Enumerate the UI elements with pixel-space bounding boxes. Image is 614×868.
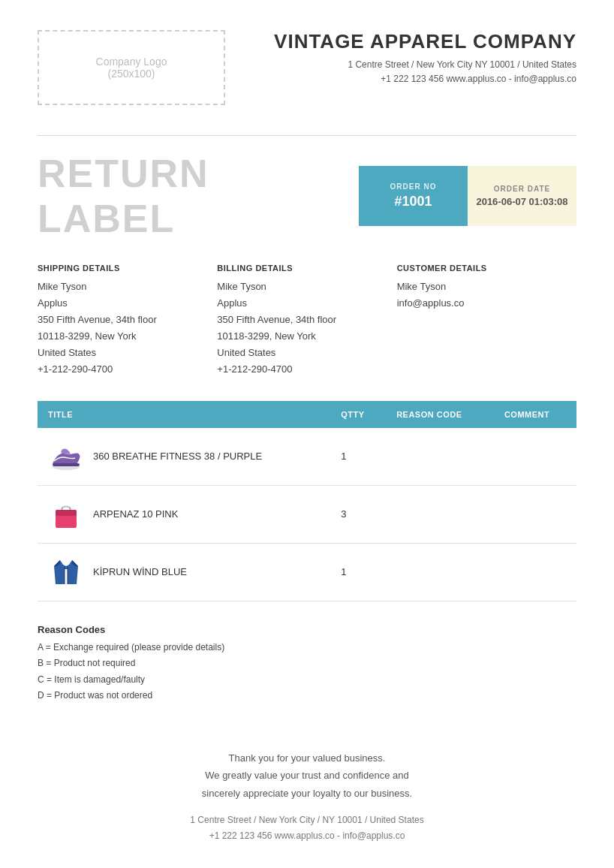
company-address-line2: +1 222 123 456 www.applus.co - info@appl… bbox=[274, 72, 576, 86]
reason-code-item: D = Product was not ordered bbox=[38, 688, 576, 704]
logo-size: (250x100) bbox=[107, 68, 155, 80]
table-row: KİPRUN WİND BLUE 1 bbox=[38, 543, 576, 601]
items-table: TITLE QTTY REASON CODE COMMENT 360 BREAT… bbox=[38, 401, 576, 601]
billing-company: Applus bbox=[217, 295, 396, 312]
svg-rect-1 bbox=[53, 463, 80, 466]
shipping-address: 350 Fifth Avenue, 34th floor bbox=[38, 312, 217, 328]
footer-thank-you: Thank you for your valued business. We g… bbox=[38, 749, 576, 802]
order-boxes: ORDER NO #1001 ORDER DATE 2016-06-07 01:… bbox=[359, 166, 576, 226]
product-cell: ARPENAZ 10 PINK bbox=[38, 485, 330, 543]
billing-details: BILLING DETAILS Mike Tyson Applus 350 Fi… bbox=[217, 264, 396, 378]
product-comment bbox=[494, 485, 576, 543]
footer-contact: 1 Centre Street / New York City / NY 100… bbox=[38, 812, 576, 843]
footer-line3: sincerely appreciate your loyalty to our… bbox=[202, 788, 412, 799]
svg-rect-3 bbox=[56, 510, 77, 516]
billing-name: Mike Tyson bbox=[217, 279, 396, 295]
return-label-title: RETURN LABEL bbox=[38, 151, 359, 241]
shipping-name: Mike Tyson bbox=[38, 279, 217, 295]
table-row: ARPENAZ 10 PINK 3 bbox=[38, 485, 576, 543]
footer-contact-line2: +1 222 123 456 www.applus.co - info@appl… bbox=[209, 830, 405, 841]
label-row: RETURN LABEL ORDER NO #1001 ORDER DATE 2… bbox=[38, 151, 576, 241]
customer-email: info@applus.co bbox=[397, 295, 576, 312]
reason-codes-title: Reason Codes bbox=[38, 624, 576, 635]
company-address-line1: 1 Centre Street / New York City NY 10001… bbox=[274, 58, 576, 72]
product-reason-code bbox=[386, 485, 494, 543]
shipping-heading: SHIPPING DETAILS bbox=[38, 264, 217, 273]
footer-line2: We greatly value your trust and confiden… bbox=[205, 770, 408, 781]
col-comment: COMMENT bbox=[494, 401, 576, 428]
header: Company Logo (250x100) VINTAGE APPAREL C… bbox=[38, 30, 576, 105]
details-row: SHIPPING DETAILS Mike Tyson Applus 350 F… bbox=[38, 264, 576, 378]
reason-codes-section: Reason Codes A = Exchange required (plea… bbox=[38, 624, 576, 704]
order-no-box: ORDER NO #1001 bbox=[359, 166, 468, 226]
product-cell: 360 BREATHE FITNESS 38 / PURPLE bbox=[38, 428, 330, 486]
billing-address: 350 Fifth Avenue, 34th floor bbox=[217, 312, 396, 328]
product-reason-code bbox=[386, 543, 494, 601]
reason-codes-list: A = Exchange required (please provide de… bbox=[38, 640, 576, 704]
product-icon bbox=[48, 496, 84, 532]
header-divider bbox=[38, 135, 576, 136]
product-cell: KİPRUN WİND BLUE bbox=[38, 543, 330, 601]
table-header-row: TITLE QTTY REASON CODE COMMENT bbox=[38, 401, 576, 428]
order-no-label: ORDER NO bbox=[390, 182, 437, 191]
order-date-value: 2016-06-07 01:03:08 bbox=[476, 196, 567, 207]
billing-country: United States bbox=[217, 345, 396, 361]
product-icon bbox=[48, 554, 84, 590]
order-date-box: ORDER DATE 2016-06-07 01:03:08 bbox=[468, 166, 576, 226]
product-qty: 3 bbox=[330, 485, 386, 543]
company-logo-placeholder: Company Logo (250x100) bbox=[38, 30, 225, 105]
col-title: TITLE bbox=[38, 401, 330, 428]
footer-contact-line1: 1 Centre Street / New York City / NY 100… bbox=[190, 815, 423, 825]
customer-heading: CUSTOMER DETAILS bbox=[397, 264, 576, 273]
shipping-city: 10118-3299, New York bbox=[38, 328, 217, 345]
shipping-company: Applus bbox=[38, 295, 217, 312]
product-icon bbox=[48, 439, 84, 475]
product-title: KİPRUN WİND BLUE bbox=[93, 566, 187, 577]
reason-code-item: A = Exchange required (please provide de… bbox=[38, 640, 576, 656]
reason-code-item: B = Product not required bbox=[38, 656, 576, 672]
footer: Thank you for your valued business. We g… bbox=[38, 749, 576, 843]
customer-details: CUSTOMER DETAILS Mike Tyson info@applus.… bbox=[397, 264, 576, 378]
product-qty: 1 bbox=[330, 428, 386, 486]
order-no-value: #1001 bbox=[394, 194, 432, 209]
product-title: ARPENAZ 10 PINK bbox=[93, 508, 178, 520]
customer-name: Mike Tyson bbox=[397, 279, 576, 295]
order-date-label: ORDER DATE bbox=[494, 185, 550, 193]
product-title: 360 BREATHE FITNESS 38 / PURPLE bbox=[93, 451, 262, 462]
col-reason-code: REASON CODE bbox=[386, 401, 494, 428]
table-row: 360 BREATHE FITNESS 38 / PURPLE 1 bbox=[38, 428, 576, 486]
product-comment bbox=[494, 428, 576, 486]
reason-code-item: C = Item is damaged/faulty bbox=[38, 672, 576, 689]
footer-line1: Thank you for your valued business. bbox=[229, 752, 386, 764]
shipping-phone: +1-212-290-4700 bbox=[38, 361, 217, 378]
col-qty: QTTY bbox=[330, 401, 386, 428]
shipping-country: United States bbox=[38, 345, 217, 361]
company-name: VINTAGE APPAREL COMPANY bbox=[274, 30, 576, 53]
logo-label: Company Logo bbox=[96, 56, 167, 68]
product-comment bbox=[494, 543, 576, 601]
product-qty: 1 bbox=[330, 543, 386, 601]
shipping-details: SHIPPING DETAILS Mike Tyson Applus 350 F… bbox=[38, 264, 217, 378]
company-info: VINTAGE APPAREL COMPANY 1 Centre Street … bbox=[274, 30, 576, 86]
billing-phone: +1-212-290-4700 bbox=[217, 361, 396, 378]
product-reason-code bbox=[386, 428, 494, 486]
billing-heading: BILLING DETAILS bbox=[217, 264, 396, 273]
billing-city: 10118-3299, New York bbox=[217, 328, 396, 345]
